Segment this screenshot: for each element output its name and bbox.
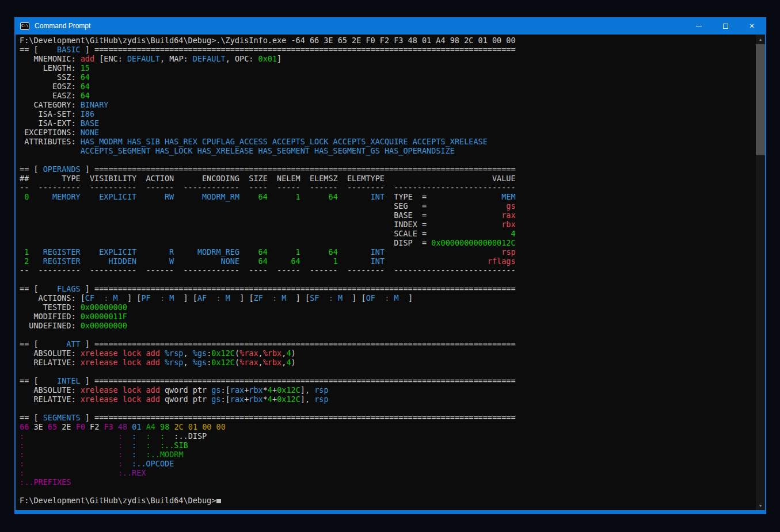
scrollbar[interactable]: ▲ ▼ <box>756 35 765 510</box>
terminal-window: C:\ Command Prompt ✕ F:\Development\GitH… <box>14 17 766 514</box>
terminal-line: RELATIVE: xrelease lock add %rsp, %gs:0x… <box>20 358 765 367</box>
terminal-line <box>20 155 765 164</box>
terminal-line: EXCEPTIONS: NONE <box>20 128 765 137</box>
terminal-line: == [ FLAGS ] ===========================… <box>20 284 765 293</box>
terminal-line: ATTRIBUTES: HAS_MODRM HAS_SIB HAS_REX CP… <box>20 137 765 146</box>
close-icon: ✕ <box>749 23 754 29</box>
window-title: Command Prompt <box>35 22 90 30</box>
terminal-line <box>20 330 765 339</box>
terminal-line: 66 3E 65 2E F0 F2 F3 48 01 A4 98 2C 01 0… <box>20 422 765 431</box>
terminal-line <box>20 367 765 376</box>
terminal-line: EASZ: 64 <box>20 91 765 100</box>
terminal-line: 2 REGISTER HIDDEN W NONE 64 64 1 INT rfl… <box>20 257 765 266</box>
terminal-line: == [ ATT ] =============================… <box>20 339 765 349</box>
terminal-line: ABSOLUTE: xrelease lock add qword ptr gs… <box>20 385 765 395</box>
terminal-line: F:\Development\GitHub\zydis\Build64\Debu… <box>20 36 765 45</box>
terminal-line: SEG = gs <box>20 201 765 210</box>
terminal-line: BASE = rax <box>20 210 765 220</box>
scroll-down-icon: ▼ <box>759 504 763 508</box>
text-cursor <box>216 499 221 503</box>
maximize-icon <box>723 24 728 29</box>
terminal-line: 0 MEMORY EXPLICIT RW MODRM_RM 64 1 64 IN… <box>20 192 765 201</box>
terminal-line: ABSOLUTE: xrelease lock add %rsp, %gs:0x… <box>20 349 765 358</box>
terminal-line: LENGTH: 15 <box>20 63 765 72</box>
terminal-line: MNEMONIC: add [ENC: DEFAULT, MAP: DEFAUL… <box>20 54 765 63</box>
scrollbar-thumb[interactable] <box>756 44 765 155</box>
terminal-line: == [ SEGMENTS ] ========================… <box>20 413 765 422</box>
terminal-line: == [ INTEL ] ===========================… <box>20 376 765 385</box>
terminal-line: DISP = 0x000000000000012C <box>20 238 765 247</box>
console-area[interactable]: F:\Development\GitHub\zydis\Build64\Debu… <box>16 35 765 510</box>
terminal-line: : : : : : :..DISP <box>20 431 765 441</box>
terminal-line <box>20 404 765 413</box>
terminal-line: : : : :..MODRM <box>20 450 765 459</box>
terminal-line: MODIFIED: 0x0000011F <box>20 312 765 321</box>
cmd-icon[interactable]: C:\ <box>20 22 29 30</box>
terminal-line: ACCEPTS_SEGMENT HAS_LOCK HAS_XRELEASE HA… <box>20 146 765 155</box>
terminal-line: RELATIVE: xrelease lock add qword ptr gs… <box>20 395 765 404</box>
desktop: { "window": { "title": "Command Prompt",… <box>0 0 780 532</box>
terminal-line: : : : : :..SIB <box>20 441 765 450</box>
terminal-line: INDEX = rbx <box>20 220 765 229</box>
terminal-line: SCALE = 4 <box>20 229 765 238</box>
terminal-line: ISA-SET: I86 <box>20 109 765 118</box>
terminal-output[interactable]: F:\Development\GitHub\zydis\Build64\Debu… <box>16 35 765 505</box>
terminal-line: -- --------- ---------- ------ ---------… <box>20 266 765 275</box>
terminal-line: : :..REX <box>20 468 765 477</box>
scroll-up-button[interactable]: ▲ <box>756 35 765 43</box>
terminal-line: CATEGORY: BINARY <box>20 100 765 109</box>
maximize-button[interactable] <box>712 17 739 35</box>
window-controls: ✕ <box>686 17 765 35</box>
terminal-line: -- --------- ---------- ------ ---------… <box>20 183 765 192</box>
terminal-line: TESTED: 0x00000000 <box>20 303 765 312</box>
terminal-line: == [ OPERANDS ] ========================… <box>20 164 765 174</box>
terminal-line: 1 REGISTER EXPLICIT R MODRM_REG 64 1 64 … <box>20 247 765 257</box>
terminal-line: ## TYPE VISIBILITY ACTION ENCODING SIZE … <box>20 174 765 183</box>
terminal-line: : : :..OPCODE <box>20 459 765 468</box>
title-bar[interactable]: C:\ Command Prompt ✕ <box>16 17 765 35</box>
terminal-line: SSZ: 64 <box>20 72 765 82</box>
minimize-button[interactable] <box>686 17 712 35</box>
scroll-up-icon: ▲ <box>759 37 763 41</box>
terminal-line: UNDEFINED: 0x00000000 <box>20 321 765 330</box>
terminal-line: == [ BASIC ] ===========================… <box>20 45 765 54</box>
minimize-icon <box>696 26 702 26</box>
terminal-line <box>20 275 765 284</box>
terminal-line: EOSZ: 64 <box>20 82 765 91</box>
close-button[interactable]: ✕ <box>739 17 765 35</box>
terminal-line: ACTIONS: [CF : M ] [PF : M ] [AF : M ] [… <box>20 293 765 303</box>
terminal-line: F:\Development\GitHub\zydis\Build64\Debu… <box>20 496 765 505</box>
terminal-line <box>20 487 765 496</box>
scroll-down-button[interactable]: ▼ <box>756 502 765 510</box>
terminal-line: ISA-EXT: BASE <box>20 118 765 128</box>
terminal-line: :..PREFIXES <box>20 477 765 487</box>
